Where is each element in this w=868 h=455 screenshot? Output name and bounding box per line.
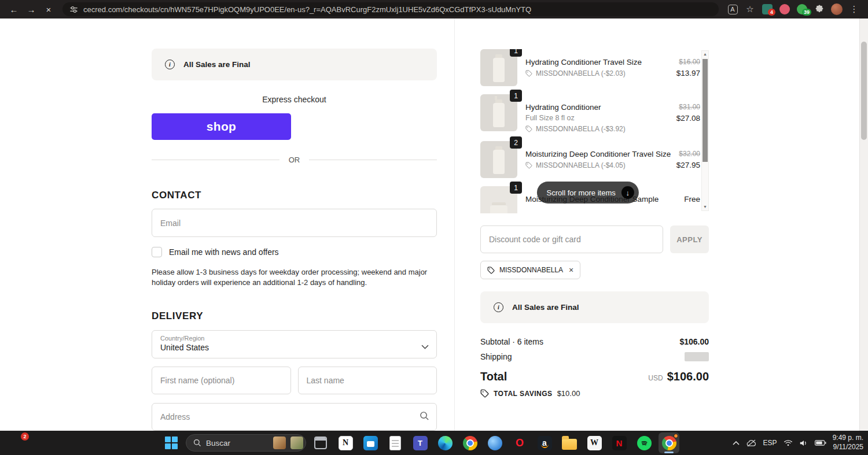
order-list-scrollbar[interactable]: ▲ ▼ — [701, 50, 709, 211]
netflix-icon: N — [612, 436, 627, 450]
scroll-more-button[interactable]: Scroll for more items ↓ — [537, 182, 639, 204]
wifi-icon[interactable] — [784, 439, 793, 446]
browser-menu-icon[interactable]: ⋮ — [846, 2, 862, 17]
taskbar-item-file-explorer[interactable] — [559, 432, 580, 453]
product-thumbnail: 1 — [480, 186, 517, 213]
first-name-input[interactable] — [152, 367, 291, 394]
last-name-input[interactable] — [298, 367, 437, 394]
or-divider: OR — [152, 156, 437, 164]
extension-item-2[interactable] — [777, 2, 793, 17]
search-icon — [193, 439, 201, 447]
taskbar-item-amazon[interactable]: a — [534, 432, 555, 453]
taskbar-item-document[interactable] — [385, 432, 406, 453]
tag-icon — [525, 125, 532, 132]
widget-badge: 2 — [21, 432, 29, 441]
product-thumbnail: 2 — [480, 141, 517, 178]
delivery-heading: DELIVERY — [152, 310, 437, 322]
site-settings-icon[interactable] — [69, 5, 78, 14]
express-checkout-label: Express checkout — [152, 95, 437, 104]
name-fields — [152, 367, 437, 394]
page-scrollbar-thumb[interactable] — [861, 42, 867, 140]
language-indicator[interactable]: ESP — [763, 439, 777, 447]
quantity-badge: 1 — [510, 182, 522, 194]
info-icon: i — [165, 60, 175, 69]
product-price: $13.97 — [671, 69, 700, 77]
product-name: Hydrating Conditioner Travel Size — [525, 58, 668, 66]
total-row: Total USD $106.00 — [480, 370, 709, 383]
taskbar-item-notion[interactable]: N — [335, 432, 356, 453]
country-select-label: Country/Region — [160, 335, 428, 342]
product-discount: MISSDONNABELLA (-$3.92) — [525, 125, 668, 133]
taskbar-search[interactable]: Buscar — [186, 434, 306, 452]
translate-icon[interactable]: A — [724, 2, 741, 17]
photos-icon — [488, 436, 502, 450]
checkout-page: i All Sales are Final Express checkout s… — [0, 19, 868, 431]
edge-icon — [438, 436, 453, 450]
product-price: Free — [671, 195, 700, 204]
profile-avatar[interactable] — [829, 2, 845, 17]
scroll-down-icon[interactable]: ▼ — [702, 204, 708, 210]
forward-button[interactable]: → — [23, 2, 39, 17]
stop-button[interactable]: × — [41, 2, 57, 17]
tray-chevron-up-icon[interactable] — [733, 441, 740, 445]
tag-icon — [487, 267, 495, 274]
subtotal-row: Subtotal · 6 items $106.00 — [480, 337, 709, 346]
taskbar-item-photos[interactable] — [484, 432, 505, 453]
page-scrollbar[interactable] — [859, 19, 868, 431]
product-old-price: $31.00 — [671, 103, 700, 111]
newsletter-label: Email me with news and offers — [169, 247, 279, 257]
search-highlight-image[interactable] — [290, 436, 303, 449]
taskbar-item-spotify[interactable] — [634, 432, 654, 453]
screen: ← → × cecred.com/checkouts/cn/hWN575e7HP… — [0, 0, 868, 455]
country-select[interactable]: Country/Region United States — [152, 330, 437, 358]
amazon-icon: a — [538, 436, 552, 450]
email-input[interactable] — [152, 209, 437, 237]
onedrive-offline-icon[interactable] — [746, 439, 757, 447]
scrollbar-thumb[interactable] — [703, 59, 708, 162]
address-bar[interactable]: cecred.com/checkouts/cn/hWN575e7HPigkOQM… — [62, 2, 719, 16]
shop-pay-button[interactable]: shop — [152, 113, 291, 140]
back-icon: ← — [10, 5, 19, 14]
battery-icon[interactable] — [815, 440, 826, 446]
apply-button[interactable]: APPLY — [670, 225, 709, 253]
divider-line — [309, 160, 437, 160]
spotify-icon — [637, 436, 652, 450]
address-input[interactable] — [152, 403, 437, 431]
tag-icon — [480, 389, 489, 398]
taskbar-item-app-window[interactable] — [310, 432, 331, 453]
arrow-down-icon: ↓ — [621, 186, 634, 199]
back-button[interactable]: ← — [6, 2, 22, 17]
discount-chip-label: MISSDONNABELLA — [499, 266, 563, 274]
search-highlight-image[interactable] — [273, 436, 286, 449]
newsletter-optin[interactable]: Email me with news and offers — [152, 247, 437, 257]
taskbar-item-chrome[interactable] — [459, 432, 480, 453]
volume-icon[interactable] — [799, 439, 808, 447]
taskbar-item-outlook[interactable] — [360, 432, 381, 453]
taskbar-widget[interactable]: 2 — [9, 434, 28, 452]
taskbar-clock[interactable]: 9:49 p. m. 9/11/2025 — [833, 434, 863, 452]
extension-item-1[interactable]: 4 — [759, 2, 775, 17]
taskbar-item-netflix[interactable]: N — [609, 432, 630, 453]
extension-item-3[interactable]: 39 — [794, 2, 810, 17]
extensions-puzzle-icon[interactable] — [811, 2, 827, 17]
taskbar-item-opera[interactable]: O — [509, 432, 530, 453]
bookmark-star-icon[interactable]: ☆ — [742, 2, 758, 17]
taskbar-item-teams[interactable]: T — [410, 432, 431, 453]
browser-toolbar: ← → × cecred.com/checkouts/cn/hWN575e7HP… — [0, 0, 868, 19]
scroll-up-icon[interactable]: ▲ — [703, 52, 707, 56]
discount-code-input[interactable] — [480, 225, 663, 253]
newsletter-checkbox[interactable] — [152, 247, 162, 257]
total-value: $106.00 — [667, 370, 709, 383]
taskbar-item-edge[interactable] — [435, 432, 455, 453]
taskbar-item-wikipedia[interactable]: W — [584, 432, 605, 453]
taskbar-item-chrome-active[interactable] — [659, 432, 679, 453]
sales-final-banner: i All Sales are Final — [152, 49, 437, 80]
taskbar-item-start[interactable] — [161, 432, 182, 453]
product-name: Hydrating Conditioner — [525, 103, 668, 112]
currency-code: USD — [648, 374, 663, 382]
discount-chip[interactable]: MISSDONNABELLA × — [480, 261, 580, 279]
or-label: OR — [289, 156, 300, 164]
search-icon — [420, 411, 429, 423]
extension-badge-1: 4 — [768, 9, 775, 16]
remove-discount-icon[interactable]: × — [569, 265, 573, 275]
